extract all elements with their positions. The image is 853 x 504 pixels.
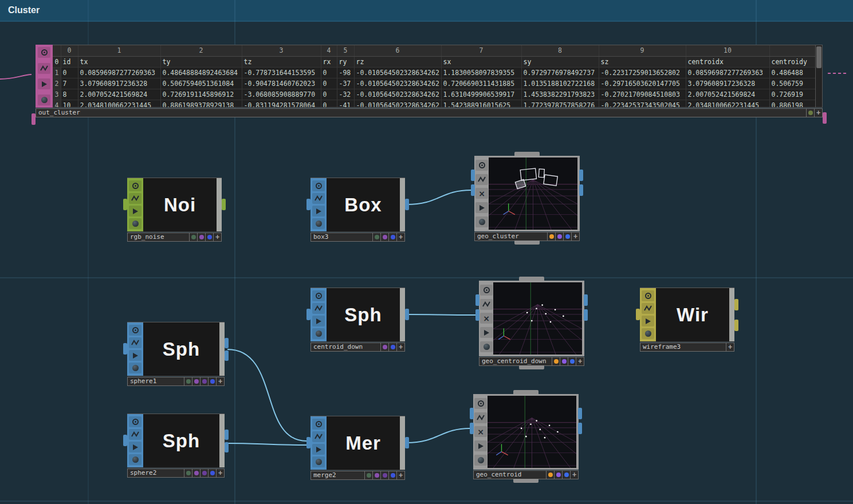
arrow-flag-icon[interactable] [474,440,487,451]
node-label[interactable]: geo_centroid_down [479,357,552,366]
table-cell[interactable]: 10 [686,45,769,56]
parent-connector-top[interactable] [519,277,544,281]
parent-connector-bottom[interactable] [519,365,544,369]
output-connector[interactable] [405,199,409,210]
color-dot-purple[interactable] [556,232,564,241]
table-cell[interactable]: -0.010564502328634262 [354,78,441,89]
viewer-flag-icon[interactable] [480,285,493,296]
node-merge2[interactable]: Mer merge2 + [310,416,405,480]
viewer-flag-icon[interactable] [129,180,141,191]
color-dot-blue[interactable] [563,470,571,479]
table-cell[interactable]: -0.22342537343502045 [599,100,686,108]
node-body[interactable]: Box [327,178,400,231]
color-dot-blue[interactable] [389,233,397,242]
output-connector-2[interactable] [578,423,582,434]
color-dot-olive[interactable] [807,108,815,117]
table-cell[interactable]: 1 [78,45,160,56]
table-cell[interactable]: 0.7206690311431885 [441,78,521,89]
table-cell[interactable]: -98 [337,67,354,78]
viewer-flag-icon[interactable] [642,290,654,301]
table-cell[interactable]: 0 [321,67,337,78]
arrow-flag-icon[interactable] [475,202,488,213]
table-cell[interactable]: -0.22317259013652802 [599,67,686,78]
table-cell[interactable]: 0 [321,100,337,108]
table-cell[interactable]: 3.079608917236328 [78,78,160,89]
table-cell[interactable]: 0 [61,45,78,56]
table-cell[interactable]: centroidy [769,56,816,67]
output-connector-2[interactable] [225,442,229,452]
color-dot-blue[interactable] [209,377,217,386]
lock-flag-icon[interactable] [129,454,141,465]
node-label[interactable]: out_cluster [36,108,807,117]
table-cell[interactable]: id [61,56,78,67]
table-scrollbar[interactable] [816,45,823,108]
table-cell[interactable]: -0.831194281578064 [242,100,321,108]
output-connector[interactable] [823,112,827,124]
input-connector-1[interactable] [471,170,475,181]
bypass-flag-icon[interactable] [312,431,325,442]
node-body[interactable]: Sph [143,414,219,467]
wire-box3-geo-cluster[interactable] [407,190,471,204]
node-box3[interactable]: Box box3 + [310,178,405,242]
color-dot-green[interactable] [184,468,192,478]
bypass-flag-icon[interactable] [312,193,325,204]
node-wireframe3[interactable]: Wir wireframe3 + [640,288,734,352]
add-flag-button[interactable]: + [576,357,584,366]
output-connector-1[interactable] [734,299,738,310]
cluster-table[interactable]: 0123456789100idtxtytzrxryrzsxsyszcentroi… [53,45,816,108]
node-label[interactable]: merge2 [310,471,365,480]
table-cell[interactable]: 9 [599,45,686,56]
table-cell[interactable]: 8 [521,45,599,56]
arrow-flag-icon[interactable] [480,327,493,338]
table-cell[interactable]: -0.778731644153595 [242,67,321,78]
add-flag-button[interactable]: + [214,233,222,242]
bypass-flag-icon[interactable] [642,303,654,314]
color-dot-orange[interactable] [547,470,555,479]
table-cell[interactable]: 0 [321,89,337,100]
arrow-flag-icon[interactable] [642,316,654,326]
wire-sphere2-merge2[interactable] [227,443,306,445]
bypass-flag-icon[interactable] [474,412,487,423]
table-cell[interactable]: 2 [160,45,242,56]
input-connector-2[interactable] [470,423,474,434]
add-flag-button[interactable]: + [815,108,823,117]
color-dot-green[interactable] [373,233,381,242]
color-dot-green[interactable] [184,377,192,386]
color-dot-purple2[interactable] [201,468,209,478]
table-cell[interactable]: sx [441,56,521,67]
scrollbar-handle[interactable] [816,46,821,68]
table-cell[interactable]: 1.1830058097839355 [441,67,521,78]
table-cell[interactable]: 4 [321,45,337,56]
output-connector[interactable] [405,309,409,320]
add-flag-button[interactable]: + [397,342,405,352]
node-label[interactable]: rgb_noise [127,233,190,242]
row-index-cell[interactable]: 4 [53,100,61,108]
table-cell[interactable]: 0 [321,78,337,89]
add-flag-button[interactable]: + [571,470,579,479]
color-dot-purple2[interactable] [381,471,389,480]
table-cell[interactable]: 7 [441,45,521,56]
arrow-flag-icon[interactable] [129,442,141,452]
node-label[interactable]: sphere1 [127,377,184,386]
node-label[interactable]: box3 [310,233,373,242]
table-cell[interactable]: sz [599,56,686,67]
table-cell[interactable]: -0.29716503620147705 [599,78,686,89]
input-connector-1[interactable] [470,408,474,419]
table-cell[interactable]: tz [242,56,321,67]
table-cell[interactable]: sy [521,56,599,67]
arrow-flag-icon[interactable] [312,206,325,216]
viewer-flag-icon[interactable] [312,180,325,191]
color-dot-purple[interactable] [192,377,201,386]
input-connector[interactable] [123,199,127,210]
table-cell[interactable]: 0.7269191145896912 [160,89,242,100]
color-dot-green[interactable] [365,471,373,480]
lock-flag-icon[interactable] [312,218,325,229]
table-cell[interactable]: 10 [61,100,78,108]
table-cell[interactable]: 0.5067594051361084 [160,78,242,89]
output-connector-2[interactable] [225,351,229,361]
color-dot-blue[interactable] [389,342,397,352]
wire-in-out-cluster[interactable] [0,74,32,79]
color-dot-purple[interactable] [381,233,389,242]
arrow-flag-icon[interactable] [129,206,141,216]
color-dot-purple[interactable] [560,357,568,366]
